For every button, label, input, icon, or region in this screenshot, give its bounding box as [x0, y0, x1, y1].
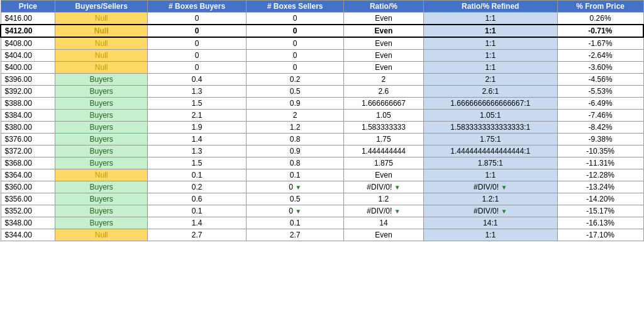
cell-price: $404.00	[1, 50, 55, 62]
cell-boxes-sellers: 0.5	[247, 193, 344, 205]
cell-boxes-buyers: 1.3	[148, 86, 247, 98]
cell-boxes-sellers: 0	[247, 50, 344, 62]
cell-ratio: #DIV/0! ▼	[344, 181, 424, 193]
cell-ratio: 2.6	[344, 86, 424, 98]
cell-ratio-refined: 2:1	[423, 74, 557, 86]
flag-icon: ▼	[295, 208, 301, 215]
main-table: Price Buyers/Sellers # Boxes Buyers # Bo…	[0, 0, 644, 241]
cell-from-price: -12.28%	[557, 169, 643, 181]
cell-boxes-buyers: 0	[148, 50, 247, 62]
cell-buyers-sellers: Buyers	[55, 181, 148, 193]
cell-boxes-sellers: 0.2	[247, 74, 344, 86]
table-row: $400.00Null00Even1:1-3.60%	[1, 62, 643, 74]
cell-from-price: -8.42%	[557, 122, 643, 134]
cell-boxes-sellers: 0.9	[247, 98, 344, 110]
cell-price: $352.00	[1, 205, 55, 217]
table-row: $384.00Buyers2.121.051.05:1-7.46%	[1, 110, 643, 122]
flag-icon: ▼	[501, 208, 507, 215]
cell-buyers-sellers: Buyers	[55, 122, 148, 134]
cell-from-price: -5.53%	[557, 86, 643, 98]
cell-ratio: Even	[344, 37, 424, 50]
cell-ratio-refined: 1:1	[423, 50, 557, 62]
cell-boxes-sellers: 0.9	[247, 145, 344, 157]
cell-ratio-refined: 2.6:1	[423, 86, 557, 98]
cell-price: $412.00	[1, 25, 55, 37]
cell-ratio-refined: 14:1	[423, 217, 557, 229]
cell-ratio-refined: 1:1	[423, 62, 557, 74]
cell-boxes-sellers: 0.1	[247, 169, 344, 181]
col-header-price: Price	[1, 1, 55, 13]
cell-boxes-sellers: 0	[247, 25, 344, 37]
header-row: Price Buyers/Sellers # Boxes Buyers # Bo…	[1, 1, 643, 13]
cell-buyers-sellers: Buyers	[55, 157, 148, 169]
table-row: $404.00Null00Even1:1-2.64%	[1, 50, 643, 62]
cell-ratio-refined: 1:1	[423, 229, 557, 241]
cell-from-price: -0.71%	[557, 25, 643, 37]
cell-buyers-sellers: Buyers	[55, 193, 148, 205]
cell-buyers-sellers: Null	[55, 169, 148, 181]
cell-ratio-refined: 1.05:1	[423, 110, 557, 122]
cell-price: $388.00	[1, 98, 55, 110]
table-row: $388.00Buyers1.50.91.6666666671.66666666…	[1, 98, 643, 110]
cell-ratio-refined: 1:1	[423, 169, 557, 181]
cell-from-price: -6.49%	[557, 98, 643, 110]
flag-icon: ▼	[501, 184, 507, 191]
cell-boxes-buyers: 2.1	[148, 110, 247, 122]
cell-boxes-buyers: 0.1	[148, 205, 247, 217]
cell-boxes-buyers: 1.4	[148, 217, 247, 229]
cell-ratio-refined: 1.6666666666666667:1	[423, 98, 557, 110]
cell-price: $416.00	[1, 13, 55, 25]
cell-boxes-sellers: 0 ▼	[247, 181, 344, 193]
cell-price: $344.00	[1, 229, 55, 241]
cell-boxes-sellers: 1.2	[247, 122, 344, 134]
cell-ratio: 1.05	[344, 110, 424, 122]
cell-ratio: Even	[344, 62, 424, 74]
cell-buyers-sellers: Null	[55, 62, 148, 74]
cell-boxes-sellers: 0	[247, 13, 344, 25]
cell-ratio: Even	[344, 229, 424, 241]
cell-buyers-sellers: Null	[55, 229, 148, 241]
cell-boxes-buyers: 2.7	[148, 229, 247, 241]
cell-from-price: -17.10%	[557, 229, 643, 241]
cell-buyers-sellers: Null	[55, 25, 148, 37]
cell-ratio: #DIV/0! ▼	[344, 205, 424, 217]
cell-buyers-sellers: Buyers	[55, 110, 148, 122]
table-row: $368.00Buyers1.50.81.8751.875:1-11.31%	[1, 157, 643, 169]
cell-price: $408.00	[1, 37, 55, 50]
cell-ratio-refined: 1.875:1	[423, 157, 557, 169]
cell-ratio-refined: 1:1	[423, 37, 557, 50]
cell-boxes-sellers: 0	[247, 37, 344, 50]
cell-ratio: 1.444444444	[344, 145, 424, 157]
cell-boxes-buyers: 0	[148, 62, 247, 74]
table-row: $412.00Null00Even1:1-0.71%	[1, 25, 643, 37]
cell-buyers-sellers: Buyers	[55, 205, 148, 217]
cell-from-price: -14.20%	[557, 193, 643, 205]
cell-boxes-buyers: 1.3	[148, 145, 247, 157]
cell-price: $368.00	[1, 157, 55, 169]
cell-price: $384.00	[1, 110, 55, 122]
cell-boxes-sellers: 0.1	[247, 217, 344, 229]
cell-ratio-refined: 1.2:1	[423, 193, 557, 205]
cell-price: $380.00	[1, 122, 55, 134]
cell-from-price: -2.64%	[557, 50, 643, 62]
cell-ratio: 1.583333333	[344, 122, 424, 134]
cell-boxes-sellers: 0.8	[247, 157, 344, 169]
flag-icon: ▼	[394, 184, 401, 191]
cell-ratio: 1.75	[344, 134, 424, 145]
cell-buyers-sellers: Buyers	[55, 145, 148, 157]
cell-boxes-buyers: 0	[148, 13, 247, 25]
cell-ratio-refined: 1.5833333333333333:1	[423, 122, 557, 134]
cell-buyers-sellers: Buyers	[55, 134, 148, 145]
cell-boxes-buyers: 0	[148, 37, 247, 50]
cell-ratio: Even	[344, 13, 424, 25]
table-row: $396.00Buyers0.40.222:1-4.56%	[1, 74, 643, 86]
cell-boxes-sellers: 0.8	[247, 134, 344, 145]
col-header-boxes-sellers: # Boxes Sellers	[247, 1, 344, 13]
cell-ratio-refined: 1.75:1	[423, 134, 557, 145]
table-row: $380.00Buyers1.91.21.5833333331.58333333…	[1, 122, 643, 134]
cell-from-price: -10.35%	[557, 145, 643, 157]
cell-buyers-sellers: Null	[55, 13, 148, 25]
table-row: $416.00Null00Even1:10.26%	[1, 13, 643, 25]
cell-boxes-buyers: 0.6	[148, 193, 247, 205]
col-header-from-price: % From Price	[557, 1, 643, 13]
